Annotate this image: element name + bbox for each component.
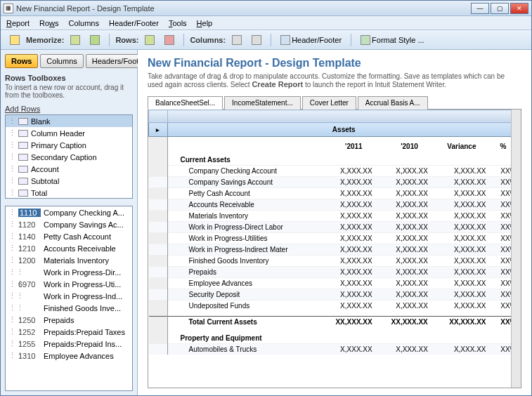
report-tab[interactable]: Cover Letter	[302, 96, 356, 110]
col-add-button[interactable]	[228, 33, 245, 47]
menu-help[interactable]: Help	[197, 19, 213, 27]
total-current-assets-row: Total Current AssetsXX,XXX.XXXX,XXX.XXXX…	[149, 317, 521, 328]
window-buttons: — ▢ ✕	[471, 3, 528, 14]
account-item[interactable]: ⋮⋮1200Materials Inventory	[6, 254, 132, 266]
main-area: Rows Columns Headers/Footers Rows Toolbo…	[1, 50, 531, 395]
data-row[interactable]: Finished Goods InventoryX,XXX.XXX,XXX.XX…	[149, 255, 521, 266]
undo-button[interactable]	[6, 33, 23, 47]
row-type-item[interactable]: ⋮⋮Total	[6, 187, 132, 199]
format-icon	[361, 35, 370, 45]
rows-del-button[interactable]	[161, 33, 178, 47]
minimize-button[interactable]: —	[471, 3, 489, 14]
memorize-label: Memorize:	[26, 36, 64, 44]
account-item[interactable]: ⋮⋮Work in Progress-Ind...	[6, 290, 132, 302]
row-add-icon	[145, 35, 155, 45]
data-row[interactable]: Employee AdvancesX,XXX.XXX,XXX.XXX,XXX.X…	[149, 277, 521, 289]
window-title: New Financial Report - Design Template	[16, 4, 471, 13]
menu-report[interactable]: Report	[6, 19, 30, 27]
assets-header: Assets	[167, 123, 521, 137]
left-panel: Rows Columns Headers/Footers Rows Toolbo…	[1, 50, 138, 395]
data-row[interactable]: Company Savings AccountX,XXX.XXX,XXX.XXX…	[149, 176, 521, 187]
menubar: Report Rows Columns Header/Footer Tools …	[1, 16, 531, 30]
design-grid[interactable]: Assets'2011'2010Variance%Current AssetsC…	[148, 110, 521, 388]
toolbar: Memorize: Rows: Columns: Header/Footer F…	[1, 30, 531, 50]
row-type-item[interactable]: ⋮⋮Secondary Caption	[6, 151, 132, 163]
row-type-icon	[18, 130, 28, 137]
data-row[interactable]: Accounts ReceivableX,XXX.XXX,XXX.XXX,XXX…	[149, 199, 521, 210]
data-row[interactable]: Automobiles & TrucksX,XXX.XXX,XXX.XXX,XX…	[149, 344, 521, 355]
page-desc: Take advantage of drag & drop to manipul…	[148, 72, 521, 88]
menu-rows[interactable]: Rows	[39, 19, 59, 27]
row-del-icon	[164, 35, 174, 45]
row-type-item[interactable]: ⋮⋮Column Header	[6, 127, 132, 139]
row-type-icon	[18, 142, 28, 149]
menu-columns[interactable]: Columns	[69, 19, 99, 27]
account-item[interactable]: ⋮⋮Finished Goods Inve...	[6, 302, 132, 314]
menu-tools[interactable]: Tools	[169, 19, 187, 27]
section-property-equipment: Property and Equipment	[167, 333, 321, 344]
tab-columns[interactable]: Columns	[40, 54, 83, 68]
col-del-icon	[252, 35, 261, 45]
rows-label: Rows:	[115, 36, 138, 44]
data-row[interactable]: Work in Progress-Indirect MaterX,XXX.XXX…	[149, 244, 521, 255]
col-del-button[interactable]	[248, 33, 265, 47]
data-row[interactable]: Company Checking AccountX,XXX.XXX,XXX.XX…	[149, 165, 521, 176]
report-tab[interactable]: Accrual Basis A...	[358, 96, 428, 110]
data-row[interactable]: Work in Progress-Direct LaborX,XXX.XXX,X…	[149, 221, 521, 232]
row-selector[interactable]	[149, 123, 168, 137]
addrows-label: Add Rows	[5, 105, 133, 113]
disk-icon	[70, 35, 80, 45]
account-item[interactable]: ⋮⋮1140Petty Cash Account	[6, 230, 132, 242]
row-types-list[interactable]: ⋮⋮Blank⋮⋮Column Header⋮⋮Primary Caption⋮…	[5, 114, 133, 199]
toolbox-tabs: Rows Columns Headers/Footers	[5, 54, 133, 68]
titlebar: ▦ New Financial Report - Design Template…	[1, 1, 531, 16]
row-type-item[interactable]: ⋮⋮Account	[6, 163, 132, 175]
folder-icon	[90, 35, 100, 45]
data-row[interactable]: Materials InventoryX,XXX.XXX,XXX.XXX,XXX…	[149, 210, 521, 221]
data-row[interactable]: PrepaidsX,XXX.XXX,XXX.XXX,XXX.XXXX%	[149, 266, 521, 277]
accounts-list[interactable]: ⋮⋮1110Company Checking A...⋮⋮1120Company…	[5, 206, 133, 391]
row-type-item[interactable]: ⋮⋮Primary Caption	[6, 139, 132, 151]
section-current-assets: Current Assets	[167, 154, 321, 166]
account-item[interactable]: ⋮⋮1250Prepaids	[6, 314, 132, 326]
close-button[interactable]: ✕	[510, 3, 528, 14]
account-item[interactable]: ⋮⋮1255Prepaids:Prepaid Ins...	[6, 338, 132, 350]
undo-icon	[10, 35, 20, 45]
toolboxes-desc: To insert a new row or account, drag it …	[5, 84, 133, 99]
report-tab[interactable]: BalanceSheetSel...	[148, 96, 223, 110]
report-tab[interactable]: IncomeStatement...	[224, 96, 301, 110]
account-item[interactable]: ⋮⋮6970Work in Progress-Uti...	[6, 278, 132, 290]
page-title: New Financial Report - Design Template	[148, 57, 521, 70]
row-type-icon	[18, 190, 28, 197]
memorize-open-button[interactable]	[86, 33, 103, 47]
app-icon: ▦	[4, 4, 13, 13]
account-item[interactable]: ⋮⋮1310Employee Advances	[6, 350, 132, 362]
account-item[interactable]: ⋮⋮1110Company Checking A...	[6, 206, 132, 218]
format-style-button[interactable]: Format Style ...	[357, 33, 428, 47]
menu-headerfooter[interactable]: Header/Footer	[109, 19, 159, 27]
data-row[interactable]: Undeposited FundsX,XXX.XXX,XXX.XXX,XXX.X…	[149, 300, 521, 311]
row-type-item[interactable]: ⋮⋮Subtotal	[6, 175, 132, 187]
tab-rows[interactable]: Rows	[5, 54, 38, 68]
rows-add-button[interactable]	[141, 33, 158, 47]
right-panel: New Financial Report - Design Template T…	[138, 50, 531, 395]
account-item[interactable]: ⋮⋮1252Prepaids:Prepaid Taxes	[6, 326, 132, 338]
memorize-save-button[interactable]	[67, 33, 84, 47]
vertical-scrollbar[interactable]	[511, 110, 521, 388]
data-row[interactable]: Security DepositX,XXX.XXX,XXX.XXX,XXX.XX…	[149, 289, 521, 300]
row-type-item[interactable]: ⋮⋮Blank	[6, 115, 132, 127]
row-type-icon	[18, 178, 28, 185]
row-type-icon	[18, 118, 28, 125]
report-tabs: BalanceSheetSel...IncomeStatement...Cove…	[148, 95, 521, 110]
data-row[interactable]: Petty Cash AccountX,XXX.XXX,XXX.XXX,XXX.…	[149, 187, 521, 199]
columns-label: Columns:	[190, 36, 226, 44]
row-type-icon	[18, 154, 28, 161]
account-item[interactable]: ⋮⋮Work in Progress-Dir...	[6, 266, 132, 278]
account-item[interactable]: ⋮⋮1120Company Savings Ac...	[6, 218, 132, 230]
headerfooter-icon	[280, 35, 290, 45]
account-item[interactable]: ⋮⋮1210Accounts Receivable	[6, 242, 132, 254]
maximize-button[interactable]: ▢	[491, 3, 509, 14]
headerfooter-button[interactable]: Header/Footer	[277, 33, 345, 47]
col-add-icon	[232, 35, 242, 45]
data-row[interactable]: Work in Progress-UtilitiesX,XXX.XXX,XXX.…	[149, 232, 521, 244]
